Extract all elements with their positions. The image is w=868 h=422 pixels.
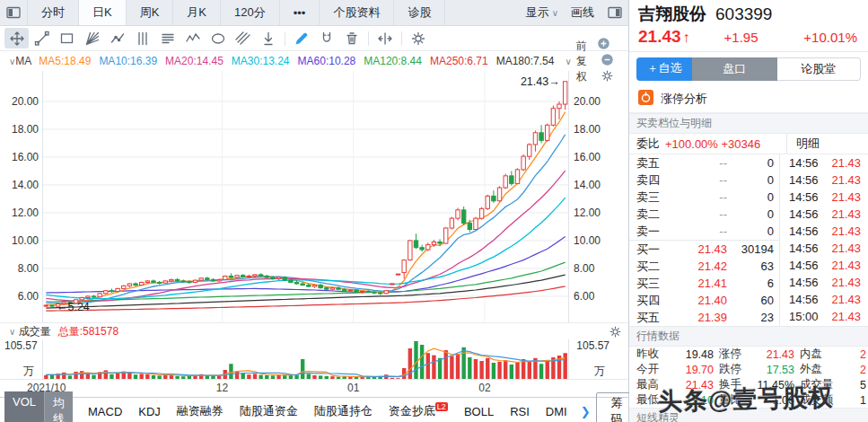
section-book-title: 买卖档位与明细 xyxy=(629,113,868,134)
app-window: 分时日K周K月K120分•••个股资料诊股显示∨画线 ∨ MA MA5:18.4… xyxy=(0,0,868,422)
date-axis: 2021/10120102 xyxy=(0,379,628,397)
segment-tool-icon[interactable] xyxy=(105,28,129,48)
chevron-down-icon[interactable]: ∨ xyxy=(9,327,15,337)
market-field-value: 19.48 xyxy=(669,348,714,361)
more-indicators-arrow[interactable]: ❯ xyxy=(581,405,591,418)
indicator-tab-陆股通资金[interactable]: 陆股通资金 xyxy=(240,403,298,419)
toolbar-separator xyxy=(368,31,369,46)
limit-up-analysis-label: 涨停分析 xyxy=(661,91,707,107)
order-book-row-买三[interactable]: 买三21.416 xyxy=(629,275,779,292)
indicator-tab-KDJ[interactable]: KDJ xyxy=(138,405,161,418)
indicator-tab-BOLL[interactable]: BOLL xyxy=(464,405,494,418)
period-tab-分时[interactable]: 分时 xyxy=(28,0,79,25)
arrow-marker-tool-icon[interactable] xyxy=(256,28,280,48)
zoom-out-icon[interactable] xyxy=(601,53,614,66)
volume-chart[interactable] xyxy=(0,339,628,379)
order-book-row-卖一[interactable]: 卖一--0 xyxy=(629,223,779,240)
order-book-row-买五[interactable]: 买五21.3923 xyxy=(629,309,779,326)
order-book-row-卖三[interactable]: 卖三--0 xyxy=(629,189,779,206)
ma-legend-item: MA5:18.49 xyxy=(39,55,91,67)
display-menu[interactable]: 显示∨ xyxy=(526,4,558,21)
trade-detail-row[interactable]: 14:5621.43 xyxy=(780,274,868,291)
kline-chart[interactable]: 6.006.008.008.0010.0010.0012.0012.0014.0… xyxy=(0,71,628,322)
width-adjust-tool-icon[interactable] xyxy=(373,28,397,48)
magnet-tool-icon[interactable] xyxy=(314,28,338,48)
quote-panel: 吉翔股份603399 21.43 ↑ +1.95 +10.01% ＋自选 盘口 … xyxy=(629,0,868,422)
price-change: +1.95 xyxy=(724,30,758,45)
trade-detail-row[interactable]: 14:5621.43 xyxy=(780,171,868,189)
period-tab-•••[interactable]: ••• xyxy=(280,0,320,25)
settings-tool-icon[interactable] xyxy=(406,28,430,48)
panel-toggle-left-icon[interactable] xyxy=(5,4,22,21)
hatch-tool-icon[interactable] xyxy=(231,28,255,48)
trendline-tool-icon[interactable] xyxy=(30,28,54,48)
chevron-down-icon[interactable]: ∨ xyxy=(565,57,571,66)
wave-tool-icon[interactable] xyxy=(180,28,205,48)
vertical-lines-tool-icon[interactable] xyxy=(130,28,154,48)
svg-text:10.00: 10.00 xyxy=(12,234,39,247)
move-tool-icon[interactable] xyxy=(4,28,29,48)
indicator-tab-陆股通持仓[interactable]: 陆股通持仓 xyxy=(314,403,373,419)
period-tab-日K[interactable]: 日K xyxy=(79,0,127,25)
tab-forum[interactable]: 论股堂 xyxy=(777,57,862,81)
draw-line-button[interactable]: 画线 xyxy=(571,4,594,21)
gear-icon[interactable] xyxy=(609,325,622,338)
gann-fan-tool-icon[interactable] xyxy=(80,28,104,48)
order-book-row-卖五[interactable]: 卖五--0 xyxy=(629,154,779,171)
volume-total: 总量:581578 xyxy=(58,324,118,339)
period-tab-120分[interactable]: 120分 xyxy=(221,0,280,25)
market-field-value: 2 xyxy=(841,364,866,376)
add-favorite-button[interactable]: ＋自选 xyxy=(636,57,692,81)
ma-line-MA10 xyxy=(46,135,565,303)
limit-up-analysis-row[interactable]: 涨停分析 xyxy=(629,87,868,113)
trade-detail-row[interactable]: 14:5621.43 xyxy=(780,223,868,240)
market-field-label: 外盘 xyxy=(800,362,841,377)
indicator-tab-MACD[interactable]: MACD xyxy=(88,405,122,418)
ma-legend-title: MA xyxy=(15,55,31,67)
trade-detail-row[interactable]: 14:5621.43 xyxy=(780,154,868,171)
volume-chart-area[interactable]: 105.57 105.57 万 万 xyxy=(0,339,628,379)
trade-detail-row[interactable]: 14:5621.43 xyxy=(780,240,868,257)
draw-toolbar xyxy=(0,26,628,51)
trade-detail-row[interactable]: 14:5621.43 xyxy=(780,257,868,274)
pencil-tool-icon[interactable] xyxy=(289,28,313,48)
zoom-in-icon[interactable] xyxy=(597,37,610,50)
trade-detail-row[interactable]: 15:0021.43 xyxy=(780,308,868,325)
svg-text:18.00: 18.00 xyxy=(12,123,39,136)
trade-detail-row[interactable]: 14:5621.43 xyxy=(780,206,868,223)
period-tab-诊股[interactable]: 诊股 xyxy=(394,0,445,25)
period-tab-个股资料[interactable]: 个股资料 xyxy=(320,0,394,25)
indicator-tab-融资融券[interactable]: 融资融券 xyxy=(177,403,224,419)
order-book-row-买二[interactable]: 买二21.4263 xyxy=(629,258,779,275)
trade-detail-row[interactable]: 14:5621.43 xyxy=(780,291,868,308)
kline-chart-area[interactable]: 6.006.008.008.0010.0010.0012.0012.0014.0… xyxy=(0,71,628,322)
svg-text:18.00: 18.00 xyxy=(574,123,601,136)
trade-detail-row[interactable]: 14:5621.43 xyxy=(780,189,868,206)
svg-text:20.00: 20.00 xyxy=(12,95,39,108)
period-tab-周K[interactable]: 周K xyxy=(127,0,174,25)
stock-title: 吉翔股份603399 xyxy=(629,0,868,26)
indicator-tab-资金抄底[interactable]: 资金抄底L2 xyxy=(389,403,448,419)
order-book-row-买一[interactable]: 买一21.4330194 xyxy=(629,240,779,258)
market-field-label: 涨停 xyxy=(719,347,751,362)
parallel-lines-tool-icon[interactable] xyxy=(155,28,180,48)
period-toolbar: 分时日K周K月K120分•••个股资料诊股显示∨画线 xyxy=(0,0,628,26)
ma-legend-item: MA180:7.54 xyxy=(496,55,555,67)
order-book-row-卖二[interactable]: 卖二--0 xyxy=(629,206,779,223)
order-book-row-卖四[interactable]: 卖四--0 xyxy=(629,171,779,189)
tab-pankou[interactable]: 盘口 xyxy=(692,57,777,81)
rect-tool-icon[interactable] xyxy=(55,28,79,48)
period-tab-月K[interactable]: 月K xyxy=(173,0,221,25)
trash-tool-icon[interactable] xyxy=(339,28,364,48)
ellipse-tool-icon[interactable] xyxy=(206,28,230,48)
indicator-tab-DMI[interactable]: DMI xyxy=(546,405,567,418)
svg-text:12.00: 12.00 xyxy=(574,207,601,219)
limit-up-analysis-icon xyxy=(638,90,653,108)
ma-legend-item: MA60:10.28 xyxy=(298,55,356,67)
market-field-label: 今开 xyxy=(636,362,669,377)
indicator-tab-RSI[interactable]: RSI xyxy=(510,405,530,418)
chevron-down-icon[interactable]: ∨ xyxy=(9,57,15,66)
market-field-label: 内盘 xyxy=(800,347,841,362)
order-book-row-买四[interactable]: 买四21.4060 xyxy=(629,292,779,309)
panel-toggle-right-icon[interactable] xyxy=(607,4,623,21)
